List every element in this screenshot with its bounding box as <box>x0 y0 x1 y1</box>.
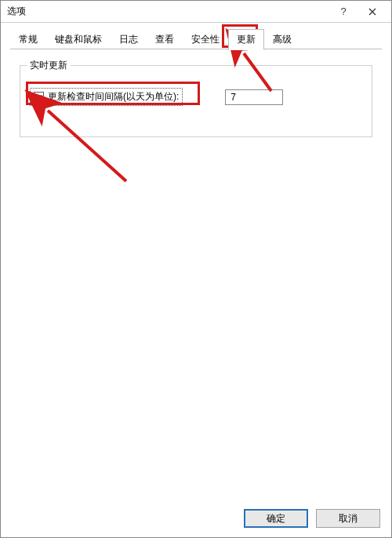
tab-log[interactable]: 日志 <box>111 29 147 49</box>
tab-bar: 常规 键盘和鼠标 日志 查看 安全性 更新 高级 <box>1 23 391 49</box>
check-icon <box>35 93 43 101</box>
interval-input[interactable] <box>225 89 283 105</box>
tab-keyboard[interactable]: 键盘和鼠标 <box>46 29 111 49</box>
tab-view[interactable]: 查看 <box>147 29 183 49</box>
interval-row: 更新检查时间间隔(以天为单位): <box>30 88 362 106</box>
options-dialog: 选项 ? 常规 键盘和鼠标 日志 查看 安全性 更新 高级 实时更新 更新检查时… <box>0 0 392 538</box>
cancel-button[interactable]: 取消 <box>316 509 380 528</box>
interval-checkbox-label: 更新检查时间间隔(以天为单位): <box>48 90 179 104</box>
group-legend: 实时更新 <box>27 59 71 72</box>
titlebar: 选项 ? <box>1 1 391 23</box>
tab-general[interactable]: 常规 <box>10 29 46 49</box>
ok-button[interactable]: 确定 <box>244 509 308 528</box>
tab-content: 实时更新 更新检查时间间隔(以天为单位): <box>10 51 382 496</box>
tab-update[interactable]: 更新 <box>228 29 264 50</box>
realtime-update-group: 实时更新 更新检查时间间隔(以天为单位): <box>20 65 372 137</box>
interval-checkbox-wrap[interactable]: 更新检查时间间隔(以天为单位): <box>30 88 183 106</box>
dialog-buttons: 确定 取消 <box>244 509 380 528</box>
help-button[interactable]: ? <box>330 2 357 22</box>
close-button[interactable] <box>357 2 388 22</box>
tab-advanced[interactable]: 高级 <box>264 29 300 49</box>
close-icon <box>368 8 376 16</box>
window-title: 选项 <box>7 5 330 18</box>
interval-checkbox[interactable] <box>34 92 44 102</box>
tab-security[interactable]: 安全性 <box>183 29 228 49</box>
